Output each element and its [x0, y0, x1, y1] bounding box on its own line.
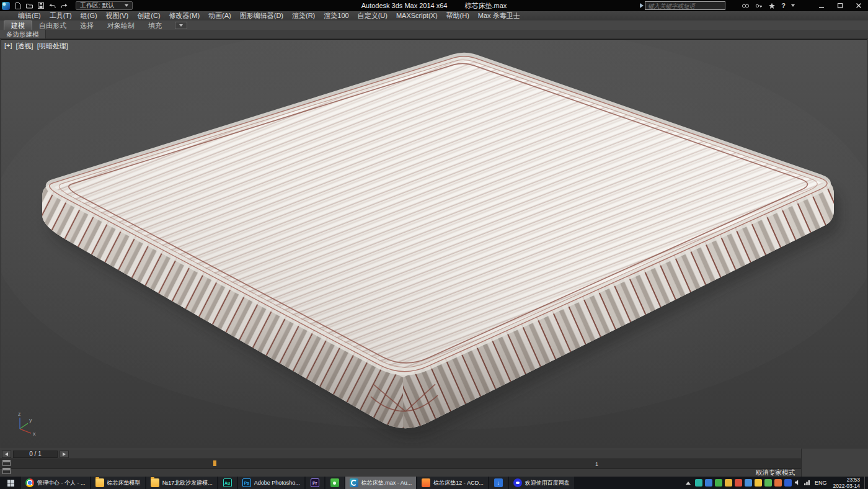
viewport-menus: [+] [透视] [明暗处理]	[4, 42, 68, 51]
time-slider-row: 0 / 1	[0, 449, 868, 459]
taskbar-baidu-netdisk-button[interactable]: 欢迎使用百度网盘	[509, 477, 574, 489]
minimize-button[interactable]	[812, 0, 831, 11]
menu-tools[interactable]: 工具(T)	[45, 11, 76, 20]
close-button[interactable]	[849, 0, 868, 11]
taskbar-green-app-button[interactable]	[326, 477, 344, 489]
network-icon[interactable]	[804, 477, 810, 488]
axis-z-label: z	[18, 411, 21, 417]
quick-access-toolbar	[14, 0, 68, 11]
track-bar[interactable]: 1	[0, 459, 801, 469]
redo-button[interactable]	[60, 2, 68, 9]
system-tray: ENG 23:53 2022-03-14	[686, 477, 868, 489]
menu-edit[interactable]: 编辑(E)	[14, 11, 45, 20]
ribbon-tab-object-paint[interactable]: 对象绘制	[100, 21, 141, 30]
folder-icon	[95, 478, 104, 487]
menu-create[interactable]: 创建(C)	[133, 11, 164, 20]
open-file-button[interactable]	[25, 2, 33, 9]
star-icon[interactable]	[768, 2, 776, 9]
ribbon-tab-bar: 建模 自由形式 选择 对象绘制 填充	[0, 20, 868, 30]
viewport-canvas[interactable]: x y z	[1, 40, 867, 449]
language-indicator[interactable]: ENG	[815, 480, 827, 486]
tray-icon-8[interactable]	[764, 479, 772, 487]
menu-maxscript[interactable]: MAXScript(X)	[392, 11, 442, 20]
status-panel-icon[interactable]	[2, 468, 11, 474]
tray-icon-3[interactable]	[715, 479, 722, 487]
baidu-netdisk-icon	[513, 478, 522, 487]
taskbar-acdsee-button[interactable]: 棕芯床垫12 - ACD...	[417, 477, 488, 489]
previous-frame-button[interactable]	[2, 451, 11, 458]
ribbon-tab-modeling[interactable]: 建模	[4, 20, 32, 30]
chevron-down-icon	[125, 4, 128, 7]
volume-icon[interactable]	[794, 477, 801, 488]
menu-rendering[interactable]: 渲染(R)	[288, 11, 319, 20]
taskbar-3dsmax-button[interactable]: 棕芯床垫.max - Au...	[345, 477, 417, 489]
key-icon[interactable]	[755, 2, 763, 9]
menu-views[interactable]: 视图(V)	[102, 11, 133, 20]
ribbon-tab-populate[interactable]: 填充	[141, 21, 169, 30]
tray-icon-4[interactable]	[725, 479, 732, 487]
ribbon-options-button[interactable]	[175, 22, 187, 29]
audition-icon: Au	[223, 478, 232, 487]
ribbon-tab-freeform[interactable]: 自由形式	[32, 21, 73, 30]
tray-icon-10[interactable]	[784, 479, 792, 487]
windows-logo-icon	[7, 480, 14, 487]
3dsmax-logo-icon[interactable]	[2, 2, 10, 10]
save-file-button[interactable]	[37, 2, 45, 9]
undo-button[interactable]	[48, 2, 56, 9]
maximize-button[interactable]	[831, 0, 849, 11]
clock-time: 23:53	[847, 477, 860, 483]
photoshop-icon: Ps	[242, 478, 251, 487]
tray-icon-2[interactable]	[705, 479, 712, 487]
help-dropdown-icon[interactable]	[791, 4, 795, 7]
tray-icon-7[interactable]	[755, 479, 762, 487]
viewport-shading-menu[interactable]: [明暗处理]	[37, 42, 68, 51]
taskbar-folder-button-1[interactable]: 棕芯床垫模型	[91, 477, 145, 489]
menu-animation[interactable]: 动画(A)	[204, 11, 236, 20]
search-icon[interactable]	[742, 2, 750, 9]
workspace-selector[interactable]: 工作区: 默认	[76, 1, 133, 10]
taskbar-folder-button-2[interactable]: №17北欧沙发建模...	[146, 477, 217, 489]
new-file-button[interactable]	[14, 2, 22, 10]
menu-render100[interactable]: 渲染100	[319, 11, 353, 20]
clock-date: 2022-03-14	[833, 483, 860, 489]
tray-icon-6[interactable]	[745, 479, 752, 487]
tray-icon-5[interactable]	[735, 479, 742, 487]
next-frame-button[interactable]	[60, 451, 69, 458]
taskbar-photoshop-button[interactable]: Ps Adobe Photosho...	[238, 477, 304, 489]
tray-expand-icon[interactable]	[686, 482, 691, 485]
viewport-pov-menu[interactable]: [透视]	[16, 42, 33, 51]
tray-icon-1[interactable]	[695, 479, 702, 487]
app-title: Autodesk 3ds Max 2014 x64	[361, 2, 448, 9]
menu-modifiers[interactable]: 修改器(M)	[165, 11, 205, 20]
show-desktop-button[interactable]	[864, 477, 867, 489]
workspace-label: 工作区: 默认	[80, 1, 115, 10]
menu-group[interactable]: 组(G)	[76, 11, 102, 20]
menu-help[interactable]: 帮助(H)	[442, 11, 474, 20]
polygon-modeling-panel[interactable]: 多边形建模	[0, 30, 46, 38]
menu-max-guard[interactable]: Max 杀毒卫士	[474, 11, 525, 20]
clock[interactable]: 23:53 2022-03-14	[833, 477, 860, 489]
mini-listener-icon[interactable]	[2, 460, 11, 466]
taskbar-audition-button[interactable]: Au	[218, 477, 237, 489]
cancel-expert-mode-button[interactable]: 取消专家模式	[756, 469, 795, 477]
tray-icon-9[interactable]	[774, 479, 782, 487]
search-arrow-icon[interactable]	[640, 3, 644, 8]
menu-graph-editors[interactable]: 图形编辑器(D)	[236, 11, 288, 20]
ribbon-tab-selection[interactable]: 选择	[73, 21, 100, 30]
viewport-general-menu[interactable]: [+]	[4, 42, 12, 51]
chrome-icon	[25, 478, 34, 487]
window-title: Autodesk 3ds Max 2014 x64 棕芯床垫.max	[236, 0, 632, 11]
idm-icon	[494, 478, 503, 487]
taskbar-idm-button[interactable]	[489, 477, 508, 489]
frame-display[interactable]: 0 / 1	[13, 451, 58, 458]
track-bar-frame-label: 1	[595, 461, 598, 467]
start-button[interactable]	[0, 477, 21, 489]
help-search-input[interactable]	[645, 1, 725, 10]
help-icon[interactable]	[781, 2, 786, 9]
menu-customize[interactable]: 自定义(U)	[353, 11, 392, 20]
time-slider-handle[interactable]	[213, 460, 216, 466]
viewport[interactable]: [+] [透视] [明暗处理]	[1, 39, 867, 449]
status-bar: 取消专家模式	[0, 469, 868, 477]
taskbar-chrome-button[interactable]: 管理中心 - 个人 - ...	[21, 477, 90, 489]
taskbar-premiere-button[interactable]: Pr	[306, 477, 324, 489]
